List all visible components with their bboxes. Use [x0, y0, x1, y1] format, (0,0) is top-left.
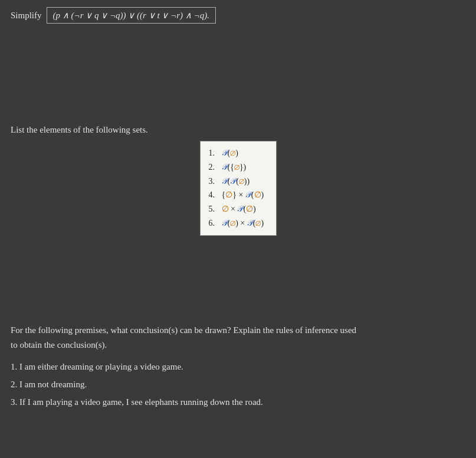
list-item: 1. 𝒫(∅): [209, 146, 265, 160]
premises-intro-line1: For the following premises, what conclus…: [11, 323, 465, 338]
premises-intro: For the following premises, what conclus…: [11, 323, 465, 353]
list-num-2: 2.: [209, 160, 219, 174]
list-item: 6. 𝒫(∅) × 𝒫(∅): [209, 216, 265, 230]
simplify-label: Simplify: [11, 11, 42, 21]
list-num-1: 1.: [209, 146, 219, 160]
list-item-3-content: 𝒫(𝒫(∅)): [222, 174, 250, 189]
premises-intro-line2: to obtain the conclusion(s).: [11, 338, 465, 353]
formula-box: (p ∧ (¬r ∨ q ∨ ¬q)) ∨ ((r ∨ t ∨ ¬r) ∧ ¬q…: [47, 7, 216, 24]
gap-2: [11, 236, 465, 318]
list-item-1-content: 𝒫(∅): [222, 146, 238, 160]
formula-content: (p ∧ (¬r ∨ q ∨ ¬q)) ∨ ((r ∨ t ∨ ¬r) ∧ ¬q…: [53, 11, 209, 20]
list-item: 4. {∅} × 𝒫(∅): [209, 188, 265, 202]
list-item-2-content: 𝒫({∅}): [222, 160, 247, 174]
list-item-6-content: 𝒫(∅) × 𝒫(∅): [222, 216, 264, 230]
premise-2: 2. I am not dreaming.: [11, 375, 465, 393]
premises-section: For the following premises, what conclus…: [11, 323, 465, 411]
list-num-5: 5.: [209, 202, 219, 216]
list-box: 1. 𝒫(∅) 2. 𝒫({∅}) 3. 𝒫(𝒫(∅)): [200, 141, 277, 236]
simplify-row: Simplify (p ∧ (¬r ∨ q ∨ ¬q)) ∨ ((r ∨ t ∨…: [11, 7, 465, 24]
list-num-3: 3.: [209, 174, 219, 189]
list-item: 2. 𝒫({∅}): [209, 160, 265, 174]
list-box-items: 1. 𝒫(∅) 2. 𝒫({∅}) 3. 𝒫(𝒫(∅)): [209, 146, 265, 230]
list-section: List the elements of the following sets.…: [11, 125, 465, 236]
premise-3: 3. If I am playing a video game, I see e…: [11, 393, 465, 411]
list-num-4: 4.: [209, 188, 219, 202]
premises-list: 1. I am either dreaming or playing a vid…: [11, 358, 465, 411]
premise-1: 1. I am either dreaming or playing a vid…: [11, 358, 465, 375]
list-item-5-content: ∅ × 𝒫(∅): [222, 202, 256, 216]
list-box-container: 1. 𝒫(∅) 2. 𝒫({∅}) 3. 𝒫(𝒫(∅)): [11, 141, 465, 236]
list-item: 5. ∅ × 𝒫(∅): [209, 202, 265, 216]
list-section-intro: List the elements of the following sets.: [11, 125, 465, 135]
list-item: 3. 𝒫(𝒫(∅)): [209, 174, 265, 189]
gap-1: [11, 26, 465, 120]
list-num-6: 6.: [209, 216, 219, 230]
list-item-4-content: {∅} × 𝒫(∅): [222, 188, 264, 202]
